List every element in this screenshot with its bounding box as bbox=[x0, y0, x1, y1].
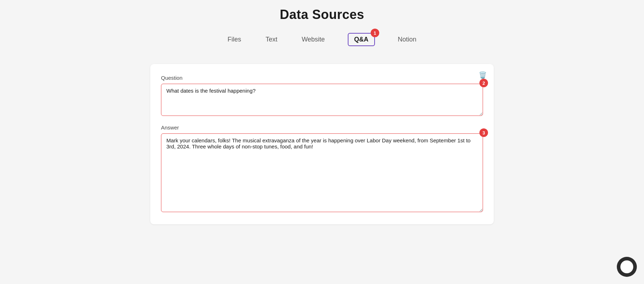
qa-tab-badge: 1 bbox=[371, 29, 379, 37]
tab-files[interactable]: Files bbox=[226, 33, 243, 46]
tab-notion[interactable]: Notion bbox=[396, 33, 418, 46]
qa-card: 🗑️ Question 2 Answer 3 bbox=[150, 64, 494, 224]
answer-badge: 3 bbox=[479, 128, 488, 137]
tab-qa[interactable]: Q&A 1 bbox=[348, 33, 375, 46]
answer-section: Answer 3 bbox=[161, 124, 483, 214]
tab-text[interactable]: Text bbox=[264, 33, 279, 46]
page-title: Data Sources bbox=[280, 7, 364, 22]
tab-website[interactable]: Website bbox=[300, 33, 326, 46]
question-label: Question bbox=[161, 75, 483, 81]
answer-input[interactable] bbox=[161, 133, 483, 212]
chat-bubble[interactable] bbox=[617, 257, 637, 277]
question-badge: 2 bbox=[479, 79, 488, 87]
page-container: Data Sources Files Text Website Q&A 1 No… bbox=[0, 0, 644, 284]
chat-bubble-icon bbox=[620, 260, 633, 273]
question-section: Question 2 bbox=[161, 75, 483, 117]
question-input[interactable] bbox=[161, 84, 483, 116]
answer-label: Answer bbox=[161, 124, 483, 131]
tabs-container: Files Text Website Q&A 1 Notion bbox=[226, 33, 418, 46]
